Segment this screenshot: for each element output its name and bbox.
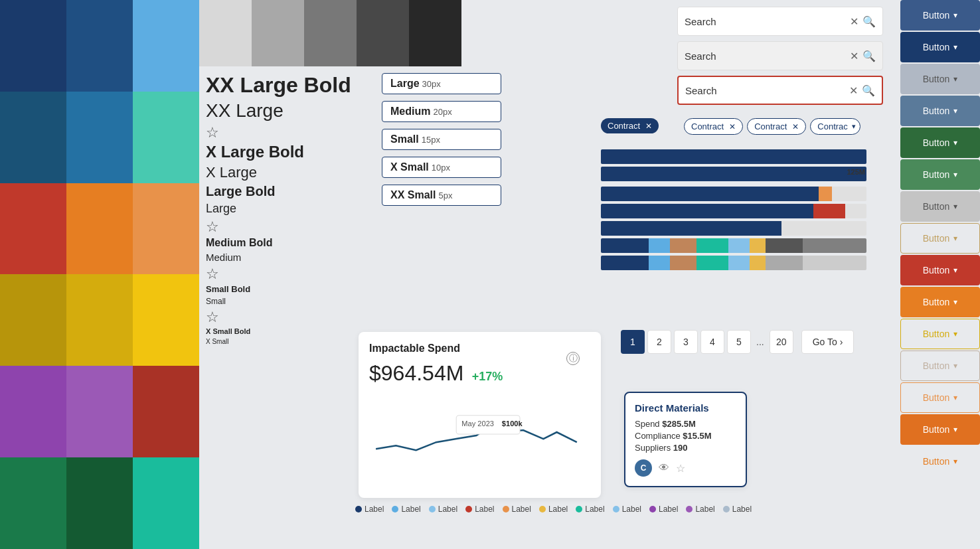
search-clear-icon-2[interactable]: ✕ [850, 50, 858, 62]
button-13[interactable]: Button ▾ [900, 382, 980, 413]
button-3[interactable]: Button ▾ [900, 64, 980, 94]
button-14-label: Button [923, 424, 949, 435]
chart-tooltip-value: $100k [502, 420, 523, 428]
button-15[interactable]: Button ▾ [900, 446, 980, 477]
bar-seg-6-6 [750, 238, 766, 253]
swatch-orange-1 [66, 183, 133, 275]
swatch-teal-3 [133, 457, 199, 549]
button-15-chevron-icon: ▾ [953, 457, 957, 466]
button-7[interactable]: Button ▾ [900, 191, 980, 222]
tag-contract-single[interactable]: Contract ✕ [601, 118, 659, 133]
button-2[interactable]: Button ▾ [900, 32, 980, 62]
page-btn-3[interactable]: 3 [674, 330, 698, 354]
search-input-1[interactable] [685, 16, 850, 27]
button-10-chevron-icon: ▾ [953, 297, 957, 307]
bar-seg-7-4 [696, 256, 728, 270]
goto-button[interactable]: Go To › [801, 330, 855, 354]
swatch-gray-2 [252, 0, 304, 66]
button-5[interactable]: Button ▾ [900, 127, 980, 158]
typography-panel: XX Large Bold XX Large ☆ X Large Bold X … [206, 73, 372, 348]
legend-label-6: Label [548, 505, 568, 514]
legend-dot-8 [613, 506, 619, 512]
tag-close-multi-2[interactable]: ✕ [792, 122, 799, 131]
button-12-label: Button [923, 360, 949, 371]
tag-close-multi-1[interactable]: ✕ [729, 122, 736, 131]
button-3-label: Button [923, 74, 949, 84]
swatch-navy-3 [66, 0, 133, 92]
tag-contract-multi-3[interactable]: Contrac ▾ [810, 118, 860, 135]
search-magnifier-icon-1[interactable]: 🔍 [862, 15, 876, 28]
typo-small-bold: Small Bold [206, 284, 372, 294]
dm-compliance-value: $15.5M [683, 431, 711, 441]
legend-item-11: Label [723, 505, 752, 514]
page-btn-2[interactable]: 2 [647, 330, 671, 354]
swatch-gray-5 [409, 0, 461, 66]
dm-suppliers-value: 190 [673, 443, 688, 453]
button-11[interactable]: Button ▾ [900, 319, 980, 349]
legend-item-7: Label [576, 505, 604, 514]
button-6-label: Button [923, 169, 949, 180]
bar-seg-6-4 [696, 238, 728, 253]
button-10[interactable]: Button ▾ [900, 287, 980, 317]
bar-seg-7-2 [649, 256, 670, 270]
search-icons-2: ✕ 🔍 [850, 50, 876, 62]
button-6[interactable]: Button ▾ [900, 159, 980, 190]
search-magnifier-icon-2[interactable]: 🔍 [862, 50, 876, 62]
star-icon[interactable]: ☆ [676, 462, 685, 475]
bar-seg-3-1 [601, 187, 819, 201]
bar-row-3 [601, 187, 866, 201]
bar-seg-4-3 [845, 204, 866, 218]
button-9[interactable]: Button ▾ [900, 255, 980, 285]
bar-seg-6-7 [766, 238, 803, 253]
bar-seg-3-3 [832, 187, 866, 201]
button-7-label: Button [923, 201, 949, 212]
search-input-2[interactable] [685, 50, 850, 62]
legend-item-8: Label [613, 505, 641, 514]
palette-col-3 [133, 0, 199, 549]
search-magnifier-icon-3[interactable]: 🔍 [862, 84, 875, 97]
size-label-medium: Medium [390, 106, 430, 118]
typo-xxlarge: XX Large [206, 100, 372, 121]
bar-seg-6-1 [601, 238, 649, 253]
tag-label-multi-1: Contract [691, 121, 724, 131]
button-4-chevron-icon: ▾ [953, 106, 957, 116]
search-clear-icon-1[interactable]: ✕ [850, 15, 858, 28]
typo-xlarge-bold: X Large Bold [206, 143, 372, 161]
spend-pct: +17% [472, 370, 503, 383]
search-input-3[interactable] [685, 85, 849, 96]
eye-icon[interactable]: 👁 [659, 462, 669, 474]
page-btn-20[interactable]: 20 [770, 330, 793, 354]
button-12-chevron-icon: ▾ [953, 361, 957, 370]
spend-chart: May 2023 $100k [369, 399, 590, 465]
button-12[interactable]: Button ▾ [900, 351, 980, 381]
typo-small: Small [206, 297, 372, 306]
legend-dot-10 [686, 506, 693, 512]
palette-col-1 [0, 0, 66, 549]
legend-label-9: Label [659, 505, 678, 514]
page-btn-5[interactable]: 5 [727, 330, 751, 354]
tag-contract-multi-2[interactable]: Contract ✕ [747, 118, 806, 135]
size-box-xsmall: X Small 10px [382, 157, 501, 178]
dm-suppliers-row: Suppliers 190 [635, 443, 736, 453]
swatch-navy-2 [0, 92, 66, 183]
search-clear-icon-3[interactable]: ✕ [849, 84, 858, 97]
swatch-red-1 [0, 183, 66, 275]
bar-seg-7-6 [750, 256, 766, 270]
swatch-cyan-1 [133, 92, 199, 183]
tag-contract-multi-1[interactable]: Contract ✕ [684, 118, 743, 135]
legend-dot-3 [429, 506, 436, 512]
button-4[interactable]: Button ▾ [900, 96, 980, 126]
page-btn-4[interactable]: 4 [700, 330, 724, 354]
search-icons-1: ✕ 🔍 [850, 15, 876, 28]
dm-title: Direct Materials [635, 402, 736, 414]
tag-close-single[interactable]: ✕ [645, 121, 652, 131]
legend-label-3: Label [438, 505, 457, 514]
top-swatches [199, 0, 461, 66]
button-1[interactable]: Button ▾ [900, 0, 980, 31]
button-14[interactable]: Button ▾ [900, 414, 980, 445]
button-8[interactable]: Button ▾ [900, 223, 980, 254]
info-icon[interactable]: ⓘ [566, 352, 580, 365]
bar-seg-2-1 [601, 167, 866, 181]
page-btn-1[interactable]: 1 [621, 330, 645, 354]
button-15-label: Button [923, 456, 949, 467]
